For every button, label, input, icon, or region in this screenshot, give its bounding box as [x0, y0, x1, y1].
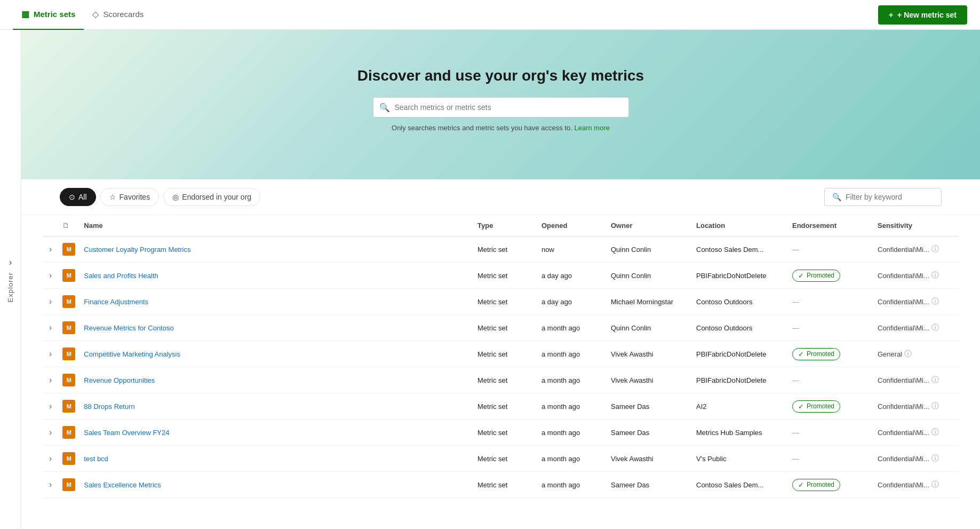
sensitivity-info-icon[interactable]: ⓘ: [931, 428, 939, 437]
col-owner-header[interactable]: Owner: [607, 215, 692, 236]
metric-name-link[interactable]: Customer Loyalty Program Metrics: [84, 246, 190, 254]
row-type-cell: Metric set: [473, 472, 537, 498]
row-expand-cell: ›: [43, 472, 58, 498]
metric-set-icon: M: [62, 478, 75, 491]
sensitivity-info-icon[interactable]: ⓘ: [904, 349, 912, 359]
endorsement-dash: —: [792, 324, 799, 332]
endorsement-dash: —: [792, 246, 799, 254]
tab-metric-sets[interactable]: ▦ Metric sets: [13, 0, 84, 30]
row-expand-button[interactable]: ›: [47, 374, 54, 386]
col-endorsement-header[interactable]: Endorsement: [788, 215, 873, 236]
filter-keyword-container: 🔍: [824, 188, 942, 206]
row-opened-cell: a day ago: [537, 289, 607, 315]
metric-name-link[interactable]: Revenue Metrics for Contoso: [84, 324, 173, 332]
metric-set-icon: M: [62, 348, 75, 360]
row-endorsement-cell: —: [788, 446, 873, 472]
promoted-badge: ✓ Promoted: [792, 270, 840, 282]
row-expand-button[interactable]: ›: [47, 348, 54, 360]
hero-title: Discover and use your org's key metrics: [357, 67, 644, 84]
row-opened-cell: a month ago: [537, 420, 607, 446]
row-expand-button[interactable]: ›: [47, 270, 54, 281]
row-type-cell: Metric set: [473, 263, 537, 289]
row-name-cell: Revenue Metrics for Contoso: [79, 315, 473, 341]
row-name-cell: Sales Excellence Metrics: [79, 472, 473, 498]
sensitivity-info-icon[interactable]: ⓘ: [931, 297, 939, 306]
sensitivity-info-icon[interactable]: ⓘ: [931, 244, 939, 254]
row-type-cell: Metric set: [473, 341, 537, 367]
row-expand-cell: ›: [43, 263, 58, 289]
row-endorsement-cell: —: [788, 236, 873, 263]
row-location-cell: V's Public: [692, 446, 788, 472]
hero-search-input[interactable]: [373, 97, 629, 117]
row-type-cell: Metric set: [473, 393, 537, 420]
sensitivity-info-icon[interactable]: ⓘ: [931, 401, 939, 411]
metric-name-link[interactable]: Finance Adjustments: [84, 298, 148, 306]
row-expand-button[interactable]: ›: [47, 400, 54, 412]
row-name-cell: Sales Team Overview FY24: [79, 420, 473, 446]
row-expand-button[interactable]: ›: [47, 479, 54, 491]
promoted-check-icon: ✓: [798, 402, 804, 410]
row-endorsement-cell: —: [788, 315, 873, 341]
file-icon: 🗋: [62, 222, 69, 230]
metric-set-icon: M: [62, 426, 75, 439]
filter-keyword-input[interactable]: [846, 193, 934, 201]
row-expand-button[interactable]: ›: [47, 453, 54, 464]
row-opened-cell: a month ago: [537, 367, 607, 393]
filter-tab-endorsed[interactable]: ◎ Endorsed in your org: [163, 188, 260, 206]
row-sensitivity-cell: Confidential\Mi... ⓘ: [873, 420, 959, 446]
sensitivity-info-icon[interactable]: ⓘ: [931, 480, 939, 489]
metric-name-link[interactable]: test bcd: [84, 455, 108, 463]
row-icon-cell: M: [58, 289, 79, 315]
sensitivity-info-icon[interactable]: ⓘ: [931, 323, 939, 333]
hero-caption-text: Only searches metrics and metric sets yo…: [392, 124, 572, 132]
sensitivity-info-icon[interactable]: ⓘ: [931, 454, 939, 463]
col-opened-header[interactable]: Opened: [537, 215, 607, 236]
row-name-cell: Customer Loyalty Program Metrics: [79, 236, 473, 263]
row-expand-button[interactable]: ›: [47, 427, 54, 438]
new-metric-button[interactable]: + + New metric set: [878, 5, 967, 25]
row-sensitivity-cell: Confidential\Mi... ⓘ: [873, 263, 959, 289]
table-row: › M Customer Loyalty Program Metrics Met…: [43, 236, 959, 263]
filter-tab-favorites[interactable]: ☆ Favorites: [100, 188, 160, 206]
metric-name-link[interactable]: Competitive Marketing Analysis: [84, 350, 180, 358]
row-name-cell: Sales and Profits Health: [79, 263, 473, 289]
sensitivity-value: Confidential\Mi... ⓘ: [878, 244, 954, 254]
sensitivity-info-icon[interactable]: ⓘ: [931, 271, 939, 280]
row-owner-cell: Quinn Conlin: [607, 315, 692, 341]
col-name-header[interactable]: Name: [79, 215, 473, 236]
explorer-toggle[interactable]: ›: [9, 257, 12, 268]
row-owner-cell: Sameer Das: [607, 393, 692, 420]
tab-scorecards[interactable]: ◇ Scorecards: [84, 0, 152, 30]
row-expand-button[interactable]: ›: [47, 322, 54, 334]
metric-name-link[interactable]: Sales Team Overview FY24: [84, 429, 169, 437]
hero-caption: Only searches metrics and metric sets yo…: [392, 124, 610, 132]
scorecards-icon: ◇: [92, 9, 99, 19]
table-row: › M Competitive Marketing Analysis Metri…: [43, 341, 959, 367]
metric-set-icon: M: [62, 321, 75, 334]
sensitivity-value: Confidential\Mi... ⓘ: [878, 428, 954, 437]
filter-area: ⊙ All ☆ Favorites ◎ Endorsed in your org…: [21, 179, 980, 215]
metric-name-link[interactable]: Sales Excellence Metrics: [84, 481, 161, 489]
learn-more-link[interactable]: Learn more: [575, 124, 610, 132]
sensitivity-info-icon[interactable]: ⓘ: [931, 375, 939, 385]
row-name-cell: test bcd: [79, 446, 473, 472]
col-location-header[interactable]: Location: [692, 215, 788, 236]
row-expand-button[interactable]: ›: [47, 243, 54, 255]
row-icon-cell: M: [58, 315, 79, 341]
row-sensitivity-cell: Confidential\Mi... ⓘ: [873, 446, 959, 472]
metric-name-link[interactable]: Revenue Opportunities: [84, 376, 155, 384]
table-row: › M test bcd Metric set a month ago Vive…: [43, 446, 959, 472]
col-sensitivity-header[interactable]: Sensitivity: [873, 215, 959, 236]
filter-tab-all[interactable]: ⊙ All: [60, 188, 96, 206]
col-type-header[interactable]: Type: [473, 215, 537, 236]
table-header-row: 🗋 Name Type Opened Owner Location Endors…: [43, 215, 959, 236]
metric-name-link[interactable]: 88 Drops Return: [84, 402, 134, 410]
endorsement-dash: —: [792, 298, 799, 306]
row-icon-cell: M: [58, 472, 79, 498]
row-expand-button[interactable]: ›: [47, 296, 54, 307]
metric-name-link[interactable]: Sales and Profits Health: [84, 272, 158, 280]
row-icon-cell: M: [58, 420, 79, 446]
table-row: › M Revenue Opportunities Metric set a m…: [43, 367, 959, 393]
row-expand-cell: ›: [43, 289, 58, 315]
row-endorsement-cell: ✓ Promoted: [788, 341, 873, 367]
